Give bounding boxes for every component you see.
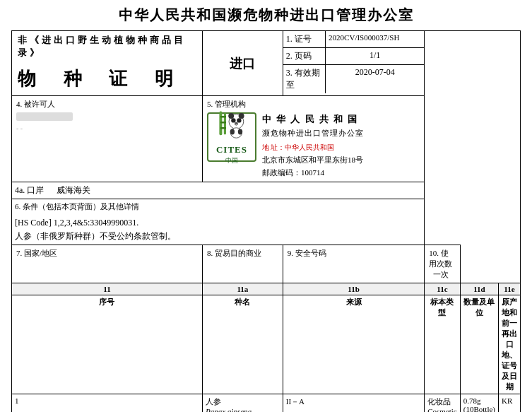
col-11b: 11b xyxy=(283,283,424,295)
row-qty-header: 数量及单位 xyxy=(460,295,498,394)
col-11: 11 xyxy=(12,283,203,295)
permittee-dash: - - xyxy=(16,124,198,132)
import-cell: 进口 xyxy=(202,31,283,96)
cert-num-label: 1. 证号 xyxy=(283,31,326,48)
permittee-value xyxy=(16,112,73,121)
row-qty: 0.78g (10Bottle) xyxy=(460,394,498,412)
svg-rect-3 xyxy=(220,122,226,123)
panda-icon xyxy=(215,109,249,143)
qty-main: 0.78g xyxy=(463,396,495,405)
country-label: 7. 国家/地区 xyxy=(12,245,203,283)
row-type: 化妆品 Cosmetic xyxy=(425,394,461,412)
species-cn: 人参 xyxy=(206,396,280,407)
cert-info-cell: 1. 证号 2020CV/IS000037/SH 2. 页码 1/1 3. 有效… xyxy=(283,31,424,96)
authority-label: 5. 管理机构 xyxy=(207,99,420,110)
conditions-cell: 6. 条件（包括本页背面）及其他详情 [HS Code] 1,2,3,4&5:3… xyxy=(12,199,425,245)
cert-num-row: 1. 证号 2020CV/IS000037/SH xyxy=(283,31,424,48)
document-page: 中华人民共和国濒危物种进出口管理办公室 非《进出口野生动植物种商品目录》 物 种… xyxy=(0,0,532,412)
row-source-header: 来源 xyxy=(283,295,424,394)
col-11e: 11e xyxy=(499,283,521,295)
sub-name: 濒危物种进出口管理办公室 xyxy=(262,127,364,140)
row-num: 1 xyxy=(12,394,203,412)
authority-info: 中 华 人 民 共 和 国 濒危物种进出口管理办公室 地 址：中华人民共和国 北… xyxy=(262,112,364,179)
import-label: 进口 xyxy=(206,48,280,79)
addr-block: 地 址：中华人民共和国 xyxy=(262,141,364,154)
addr-label: 地 址：中华人民共和国 xyxy=(262,143,335,151)
permittee-label: 4. 被许可人 xyxy=(16,99,198,110)
permittee-row: 4. 被许可人 - - 5. 管理机构 xyxy=(12,96,521,182)
main-table: 非《进出口野生动植物种商品目录》 物 种 证 明 进口 1. 证号 2020CV… xyxy=(11,30,521,412)
row-type-header: 标本类型 xyxy=(425,295,461,394)
col-11c: 11c xyxy=(425,283,461,295)
svg-point-7 xyxy=(239,113,244,119)
conditions-text2: 人参（非俄罗斯种群）不受公约条款管制。 xyxy=(15,230,421,243)
permittee-cell: 4. 被许可人 - - xyxy=(12,96,203,182)
table-row: 1 人参 Panax ginseng II－A 化妆品 Cosmetic 0.7… xyxy=(12,394,521,412)
safety-label: 9. 安全号码 xyxy=(283,245,424,283)
row-species: 人参 Panax ginseng xyxy=(202,394,283,412)
port-value: 威海海关 xyxy=(57,185,90,195)
species-la: Panax ginseng xyxy=(206,407,280,412)
country-trade-row: 7. 国家/地区 8. 贸易目的商业 9. 安全号码 10. 使用次数 一次 xyxy=(12,245,521,283)
left-header: 非《进出口野生动植物种商品目录》 物 种 证 明 xyxy=(12,31,203,96)
usage-cell: 10. 使用次数 一次 xyxy=(425,245,461,283)
usage-label: 10. 使用次数 xyxy=(429,249,452,268)
valid-until-value: 2020-07-04 xyxy=(326,65,425,94)
subtitle: 非《进出口野生动植物种商品目录》 xyxy=(12,31,202,62)
type-cn: 化妆品 xyxy=(427,396,457,407)
conditions-label: 6. 条件（包括本页背面）及其他详情 xyxy=(15,201,421,213)
postal: 邮政编码：100714 xyxy=(262,167,364,179)
addr-detail: 北京市东城区和平里东街18号 xyxy=(262,154,364,167)
row-source: II－A xyxy=(283,394,424,412)
valid-until-row: 3. 有效期至 2020-07-04 xyxy=(283,65,424,94)
panda-inner: CITES 中国 xyxy=(215,109,249,165)
valid-until-label: 3. 有效期至 xyxy=(283,65,326,94)
svg-point-12 xyxy=(230,129,235,134)
cert-num-value: 2020CV/IS000037/SH xyxy=(326,31,425,48)
main-title: 中华人民共和国濒危物种进出口管理办公室 xyxy=(11,6,521,25)
cert-info-table: 1. 证号 2020CV/IS000037/SH 2. 页码 1/1 3. 有效… xyxy=(283,31,424,93)
panda-logo: CITES 中国 xyxy=(207,112,256,162)
svg-point-10 xyxy=(235,122,238,124)
header-row-11: 11 11a 11b 11c 11d 11e xyxy=(12,283,521,295)
authority-content: CITES 中国 中 华 人 民 共 和 国 濒危物种进出口管理办公室 地 址：… xyxy=(207,112,420,179)
col-11a: 11a xyxy=(202,283,283,295)
svg-point-13 xyxy=(238,129,242,134)
svg-point-8 xyxy=(231,118,235,122)
conditions-row: 6. 条件（包括本页背面）及其他详情 [HS Code] 1,2,3,4&5:3… xyxy=(12,199,521,245)
row-origin: KR xyxy=(499,394,521,412)
usage-value: 一次 xyxy=(433,270,449,278)
svg-rect-4 xyxy=(220,127,226,129)
china-text: 中国 xyxy=(225,156,238,165)
cites-text: CITES xyxy=(216,144,247,155)
org-name: 中 华 人 民 共 和 国 xyxy=(262,112,364,127)
port-cell: 4a. 口岸 威海海关 xyxy=(12,182,425,199)
row-species-header: 种名 xyxy=(202,295,283,394)
page-num-row: 2. 页码 1/1 xyxy=(283,48,424,65)
col-11d: 11d xyxy=(460,283,498,295)
svg-rect-2 xyxy=(220,116,226,117)
trade-label: 8. 贸易目的商业 xyxy=(202,245,283,283)
authority-cell: 5. 管理机构 xyxy=(202,96,424,182)
type-en: Cosmetic xyxy=(427,407,457,412)
port-label: 4a. 口岸 xyxy=(15,185,44,195)
header-row: 非《进出口野生动植物种商品目录》 物 种 证 明 进口 1. 证号 2020CV… xyxy=(12,31,521,96)
svg-point-6 xyxy=(228,113,234,119)
big-title: 物 种 证 明 xyxy=(12,62,202,95)
conditions-text: [HS Code] 1,2,3,4&5:33049990031. xyxy=(15,216,421,230)
port-row: 4a. 口岸 威海海关 xyxy=(12,182,521,199)
row-num-header: 序号 xyxy=(12,295,203,394)
qty-sub: (10Bottle) xyxy=(463,405,495,412)
svg-point-9 xyxy=(237,118,241,122)
row-origin-header: 原产地和前一再出口地、证号及日期 xyxy=(499,295,521,394)
page-num-label: 2. 页码 xyxy=(283,48,326,65)
header-row-sub: 序号 种名 来源 标本类型 数量及单位 原产地和前一再出口地、证号及日期 xyxy=(12,295,521,394)
page-num-value: 1/1 xyxy=(326,48,425,65)
